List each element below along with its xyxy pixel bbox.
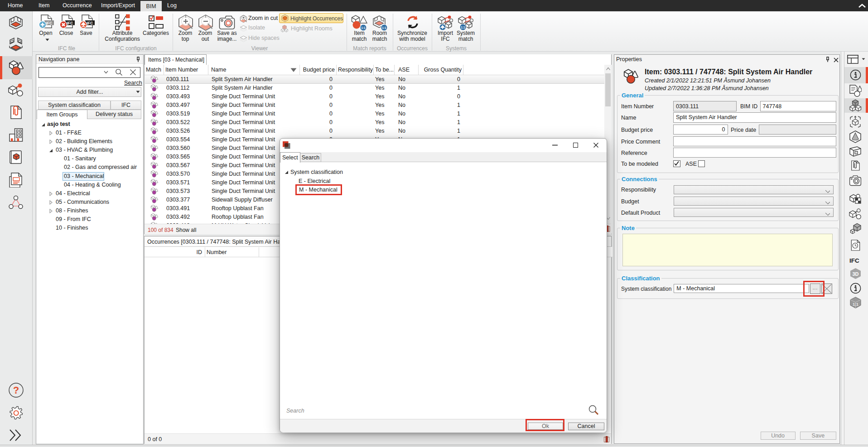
svg-text:1:1: 1:1: [853, 302, 858, 307]
svg-text:IFC: IFC: [87, 21, 93, 25]
svg-text:?: ?: [13, 385, 19, 396]
svg-text:IFC: IFC: [67, 21, 73, 25]
svg-text:IFC: IFC: [46, 21, 53, 25]
svg-text:1:1: 1:1: [461, 26, 465, 29]
svg-text:1:1: 1:1: [361, 26, 366, 29]
svg-text:3D: 3D: [852, 271, 858, 277]
svg-text:1:1: 1:1: [382, 26, 386, 29]
